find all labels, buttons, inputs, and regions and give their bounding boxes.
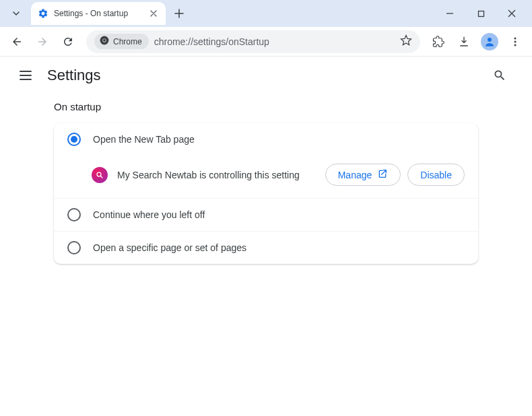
- svg-point-5: [514, 37, 517, 39]
- radio-unselected-icon: [67, 241, 81, 254]
- extension-message: My Search Newtab is controlling this set…: [117, 170, 316, 180]
- option-continue[interactable]: Continue where you left off: [54, 199, 478, 232]
- minimize-button[interactable]: [435, 3, 465, 24]
- radio-selected-icon: [67, 133, 81, 146]
- browser-tab[interactable]: Settings - On startup: [31, 2, 166, 25]
- bookmark-icon[interactable]: [400, 34, 412, 49]
- search-button[interactable]: [488, 63, 512, 88]
- menu-button[interactable]: [504, 30, 527, 53]
- reload-button[interactable]: [57, 30, 79, 53]
- manage-label: Manage: [338, 170, 372, 180]
- settings-header: Settings: [0, 57, 532, 94]
- disable-button[interactable]: Disable: [407, 164, 465, 186]
- extensions-button[interactable]: [427, 30, 450, 53]
- option-specific[interactable]: Open a specific page or set of pages: [54, 232, 478, 264]
- svg-rect-0: [478, 11, 484, 16]
- menu-toggle[interactable]: [13, 63, 38, 88]
- svg-point-7: [514, 44, 517, 46]
- avatar: [481, 33, 498, 50]
- url-text: chrome://settings/onStartup: [154, 36, 269, 47]
- browser-toolbar: Chrome chrome://settings/onStartup: [0, 27, 532, 57]
- profile-button[interactable]: [478, 30, 501, 53]
- maximize-button[interactable]: [466, 3, 496, 24]
- new-tab-button[interactable]: [170, 4, 189, 23]
- gear-icon: [38, 8, 48, 19]
- option-label: Open the New Tab page: [93, 134, 195, 145]
- option-new-tab[interactable]: Open the New Tab page: [54, 123, 478, 155]
- close-icon[interactable]: [148, 8, 159, 19]
- section-title: On startup: [54, 101, 478, 112]
- downloads-button[interactable]: [453, 30, 475, 53]
- omnibox-actions: [400, 34, 412, 49]
- address-bar[interactable]: Chrome chrome://settings/onStartup: [86, 30, 420, 53]
- radio-unselected-icon: [67, 208, 81, 221]
- chrome-icon: [100, 36, 109, 47]
- tab-title: Settings - On startup: [54, 9, 143, 18]
- svg-point-4: [488, 38, 492, 42]
- close-window-button[interactable]: [497, 3, 527, 24]
- content-area: On startup Open the New Tab page My Sear…: [0, 94, 532, 264]
- extension-icon: [92, 167, 108, 183]
- forward-button[interactable]: [31, 30, 54, 53]
- option-label: Continue where you left off: [93, 209, 205, 220]
- disable-label: Disable: [420, 170, 452, 180]
- tablist-dropdown[interactable]: [7, 4, 26, 23]
- window-controls: [435, 0, 527, 27]
- startup-card: Open the New Tab page My Search Newtab i…: [54, 123, 478, 264]
- site-chip[interactable]: Chrome: [94, 34, 149, 49]
- svg-point-3: [103, 39, 106, 42]
- extension-notice: My Search Newtab is controlling this set…: [54, 155, 478, 199]
- page-title: Settings: [47, 67, 101, 84]
- option-label: Open a specific page or set of pages: [93, 242, 246, 253]
- svg-point-6: [514, 40, 517, 42]
- manage-button[interactable]: Manage: [325, 164, 401, 186]
- site-chip-label: Chrome: [113, 37, 142, 46]
- external-link-icon: [377, 168, 388, 181]
- extension-actions: Manage Disable: [325, 164, 465, 186]
- titlebar-left: Settings - On startup: [0, 0, 189, 27]
- back-button[interactable]: [5, 30, 28, 53]
- window-titlebar: Settings - On startup: [0, 0, 532, 27]
